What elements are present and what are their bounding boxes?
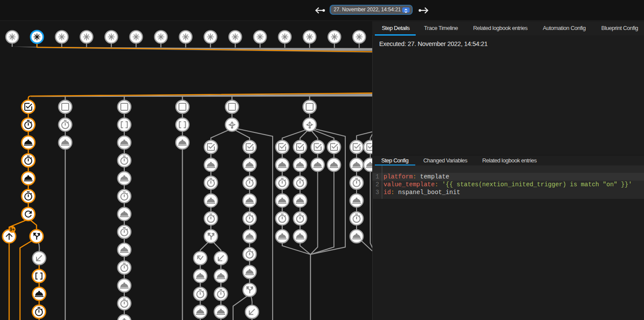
svg-text:9+: 9+ bbox=[10, 227, 15, 232]
